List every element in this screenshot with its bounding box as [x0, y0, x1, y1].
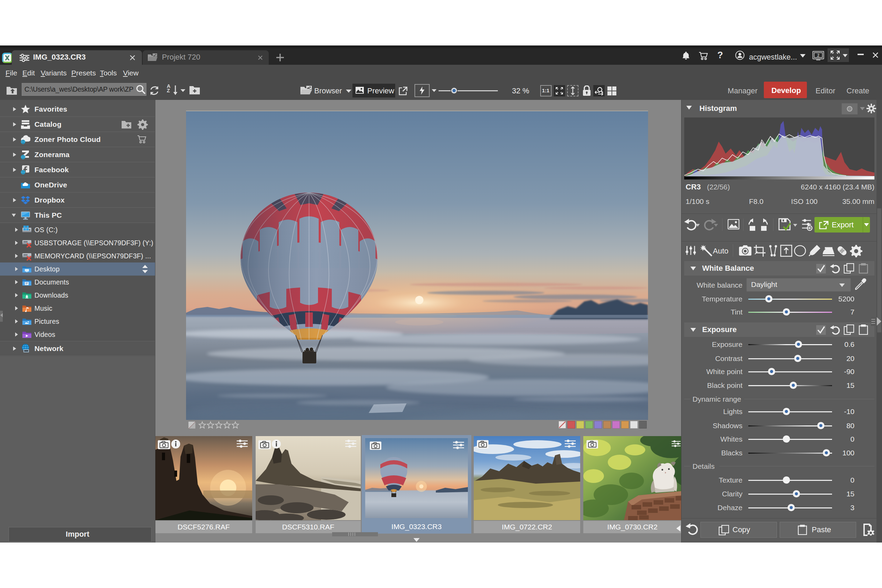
svg-text:2: 2 [817, 53, 820, 58]
